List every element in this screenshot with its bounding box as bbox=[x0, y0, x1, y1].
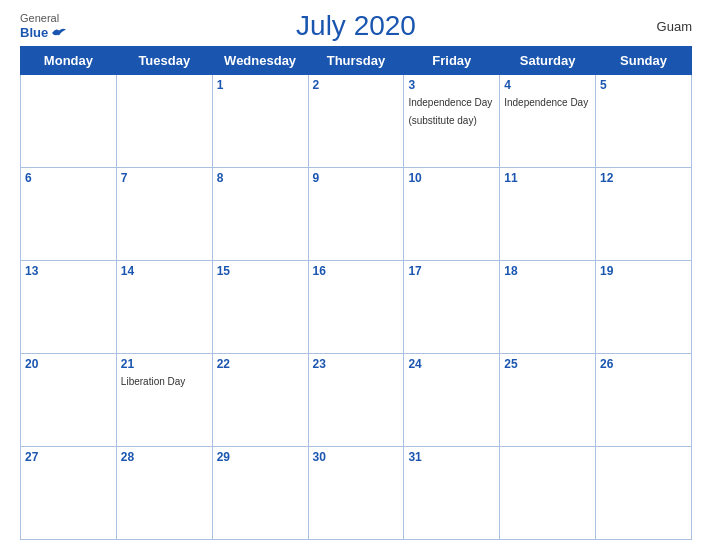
logo: General Blue bbox=[20, 12, 68, 41]
col-header-thursday: Thursday bbox=[308, 47, 404, 75]
calendar-cell: 26 bbox=[596, 354, 692, 447]
calendar-title: July 2020 bbox=[296, 10, 416, 42]
col-header-monday: Monday bbox=[21, 47, 117, 75]
day-number: 8 bbox=[217, 171, 304, 185]
calendar-cell: 17 bbox=[404, 261, 500, 354]
calendar-cell bbox=[596, 447, 692, 540]
day-number: 22 bbox=[217, 357, 304, 371]
day-number: 5 bbox=[600, 78, 687, 92]
day-number: 14 bbox=[121, 264, 208, 278]
day-number: 27 bbox=[25, 450, 112, 464]
col-header-tuesday: Tuesday bbox=[116, 47, 212, 75]
logo-bird-icon bbox=[50, 26, 68, 40]
calendar-cell: 8 bbox=[212, 168, 308, 261]
calendar-cell: 12 bbox=[596, 168, 692, 261]
calendar-cell: 29 bbox=[212, 447, 308, 540]
calendar-cell: 22 bbox=[212, 354, 308, 447]
calendar-cell: 31 bbox=[404, 447, 500, 540]
day-number: 3 bbox=[408, 78, 495, 92]
day-event: Independence Day bbox=[504, 97, 588, 108]
day-number: 7 bbox=[121, 171, 208, 185]
calendar-cell: 2 bbox=[308, 75, 404, 168]
calendar-week-4: 2021Liberation Day2223242526 bbox=[21, 354, 692, 447]
day-number: 10 bbox=[408, 171, 495, 185]
calendar-week-5: 2728293031 bbox=[21, 447, 692, 540]
calendar-cell: 10 bbox=[404, 168, 500, 261]
calendar-cell bbox=[21, 75, 117, 168]
day-number: 19 bbox=[600, 264, 687, 278]
calendar-cell: 16 bbox=[308, 261, 404, 354]
calendar-cell bbox=[116, 75, 212, 168]
col-header-sunday: Sunday bbox=[596, 47, 692, 75]
calendar-week-1: 123Independence Day (substitute day)4Ind… bbox=[21, 75, 692, 168]
calendar-cell: 14 bbox=[116, 261, 212, 354]
day-number: 6 bbox=[25, 171, 112, 185]
calendar-cell: 15 bbox=[212, 261, 308, 354]
calendar-cell: 11 bbox=[500, 168, 596, 261]
logo-general-text: General bbox=[20, 12, 59, 25]
calendar-cell: 7 bbox=[116, 168, 212, 261]
day-number: 12 bbox=[600, 171, 687, 185]
calendar-header: General Blue July 2020 Guam bbox=[20, 10, 692, 42]
day-number: 17 bbox=[408, 264, 495, 278]
day-number: 11 bbox=[504, 171, 591, 185]
calendar-cell: 3Independence Day (substitute day) bbox=[404, 75, 500, 168]
calendar-table: MondayTuesdayWednesdayThursdayFridaySatu… bbox=[20, 46, 692, 540]
calendar-cell: 19 bbox=[596, 261, 692, 354]
day-number: 1 bbox=[217, 78, 304, 92]
calendar-header-row: MondayTuesdayWednesdayThursdayFridaySatu… bbox=[21, 47, 692, 75]
calendar-cell: 23 bbox=[308, 354, 404, 447]
day-number: 21 bbox=[121, 357, 208, 371]
calendar-cell: 13 bbox=[21, 261, 117, 354]
day-number: 30 bbox=[313, 450, 400, 464]
calendar-cell: 27 bbox=[21, 447, 117, 540]
calendar-cell: 21Liberation Day bbox=[116, 354, 212, 447]
day-number: 4 bbox=[504, 78, 591, 92]
day-number: 23 bbox=[313, 357, 400, 371]
day-number: 25 bbox=[504, 357, 591, 371]
day-number: 31 bbox=[408, 450, 495, 464]
country-label: Guam bbox=[657, 19, 692, 34]
calendar-cell: 28 bbox=[116, 447, 212, 540]
calendar-cell: 6 bbox=[21, 168, 117, 261]
calendar-cell bbox=[500, 447, 596, 540]
calendar-cell: 24 bbox=[404, 354, 500, 447]
day-number: 28 bbox=[121, 450, 208, 464]
col-header-wednesday: Wednesday bbox=[212, 47, 308, 75]
day-number: 13 bbox=[25, 264, 112, 278]
day-number: 16 bbox=[313, 264, 400, 278]
day-number: 15 bbox=[217, 264, 304, 278]
day-number: 9 bbox=[313, 171, 400, 185]
col-header-friday: Friday bbox=[404, 47, 500, 75]
calendar-cell: 18 bbox=[500, 261, 596, 354]
day-number: 26 bbox=[600, 357, 687, 371]
calendar-cell: 1 bbox=[212, 75, 308, 168]
calendar-cell: 4Independence Day bbox=[500, 75, 596, 168]
calendar-week-3: 13141516171819 bbox=[21, 261, 692, 354]
day-number: 24 bbox=[408, 357, 495, 371]
calendar-cell: 5 bbox=[596, 75, 692, 168]
calendar-cell: 9 bbox=[308, 168, 404, 261]
day-number: 20 bbox=[25, 357, 112, 371]
calendar-cell: 20 bbox=[21, 354, 117, 447]
day-event: Independence Day (substitute day) bbox=[408, 97, 492, 126]
day-number: 2 bbox=[313, 78, 400, 92]
col-header-saturday: Saturday bbox=[500, 47, 596, 75]
day-event: Liberation Day bbox=[121, 376, 185, 387]
calendar-week-2: 6789101112 bbox=[21, 168, 692, 261]
logo-blue-text: Blue bbox=[20, 25, 48, 41]
calendar-cell: 30 bbox=[308, 447, 404, 540]
calendar-cell: 25 bbox=[500, 354, 596, 447]
day-number: 18 bbox=[504, 264, 591, 278]
day-number: 29 bbox=[217, 450, 304, 464]
